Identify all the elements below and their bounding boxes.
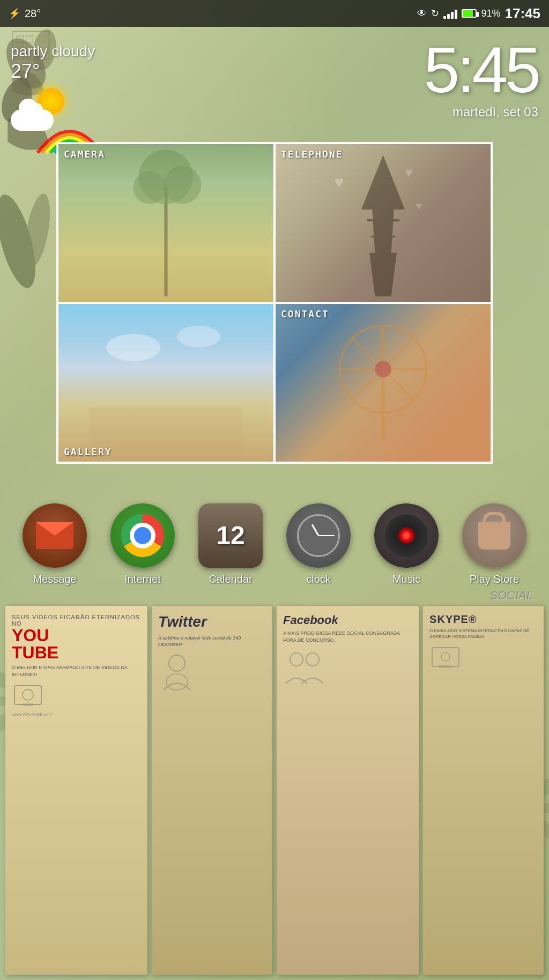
message-label: Message bbox=[33, 573, 76, 585]
svg-text:♥: ♥ bbox=[334, 173, 344, 191]
calendar-label: Calendar bbox=[209, 573, 252, 585]
big-date-display: martedì, set 03 bbox=[424, 105, 538, 120]
youtube-card[interactable]: SEUS VÍDEOS FICARÃO ETERNIZADOS NO YOUTU… bbox=[5, 606, 147, 975]
svg-point-29 bbox=[23, 689, 33, 700]
sync-icon: ↻ bbox=[431, 8, 439, 19]
envelope-graphic bbox=[36, 522, 73, 549]
svg-rect-28 bbox=[23, 703, 33, 706]
temperature-label: 28° bbox=[25, 8, 41, 20]
big-time-display: 5:45 bbox=[424, 38, 538, 102]
camera-cell[interactable]: CAMERA bbox=[58, 144, 273, 302]
app-item-internet[interactable]: Internet bbox=[110, 503, 175, 585]
skype-body: O FABULOSO SISTEMA INTERACTIVO CAPAZ DE … bbox=[429, 628, 537, 640]
beach-svg bbox=[58, 304, 273, 462]
tv-graphic bbox=[12, 683, 44, 707]
screen: ❋ ❋ ⚡ 28° 👁 bbox=[0, 0, 549, 980]
svg-marker-12 bbox=[361, 155, 405, 296]
youtube-url: www.YOUTUBE.com bbox=[12, 712, 141, 717]
status-time: 17:45 bbox=[505, 5, 541, 22]
svg-point-33 bbox=[306, 653, 319, 666]
signal-bars bbox=[443, 8, 457, 19]
twitter-card[interactable]: Twitter A sublime e notável rede social … bbox=[152, 606, 272, 975]
svg-text:♥: ♥ bbox=[416, 200, 422, 212]
eiffel-svg: ♥ ♥ ♥ bbox=[276, 144, 491, 302]
usb-icon: ⚡ bbox=[9, 8, 20, 19]
status-right: 👁 ↻ 91% 17:45 bbox=[417, 5, 540, 22]
weather-condition: partly cloudy bbox=[11, 43, 95, 60]
youtube-subtitle: SEUS VÍDEOS FICARÃO ETERNIZADOS NO bbox=[12, 614, 141, 627]
status-left: ⚡ 28° bbox=[9, 8, 41, 20]
status-bar: ⚡ 28° 👁 ↻ 91% 17:45 bbox=[0, 0, 549, 27]
clock-app-icon[interactable] bbox=[286, 503, 351, 568]
clock-minute-hand bbox=[318, 535, 335, 536]
svg-point-31 bbox=[166, 674, 188, 690]
contact-cell[interactable]: CONTACT bbox=[276, 304, 491, 462]
svg-point-36 bbox=[441, 652, 450, 661]
vintage-leaves-left bbox=[0, 188, 64, 295]
tree-svg bbox=[58, 144, 273, 302]
bag-shape-graphic bbox=[478, 522, 510, 550]
youtube-body: O MELHOR E MAIS AFAMADO SITE DE VIDEOS D… bbox=[12, 664, 141, 678]
cloud-graphic bbox=[11, 109, 54, 131]
message-icon[interactable] bbox=[23, 503, 87, 568]
battery-icon bbox=[462, 9, 477, 18]
app-item-message[interactable]: Message bbox=[23, 503, 87, 585]
social-cards-container: SEUS VÍDEOS FICARÃO ETERNIZADOS NO YOUTU… bbox=[5, 606, 544, 975]
svg-rect-20 bbox=[90, 407, 242, 462]
telephone-cell[interactable]: TELEPHONE ♥ ♥ ♥ bbox=[276, 144, 491, 302]
svg-point-30 bbox=[169, 655, 185, 671]
app-item-playstore[interactable]: Play Store bbox=[462, 503, 526, 585]
svg-point-10 bbox=[133, 172, 166, 204]
app-dock: Message Internet 12 Calendar clock bbox=[0, 501, 549, 587]
signal-bar-3 bbox=[451, 12, 454, 19]
svg-rect-27 bbox=[14, 686, 41, 704]
signal-bar-2 bbox=[447, 14, 450, 19]
cloud-sun-graphic bbox=[11, 88, 64, 131]
youtube-title: YOUTUBE bbox=[12, 627, 141, 661]
facebook-title: Facebook bbox=[283, 614, 412, 627]
carousel-svg bbox=[276, 304, 491, 462]
svg-point-18 bbox=[106, 334, 160, 361]
svg-text:♥: ♥ bbox=[405, 165, 413, 180]
music-label: Music bbox=[392, 573, 420, 585]
calendar-icon[interactable]: 12 bbox=[198, 503, 263, 568]
twitter-title: Twitter bbox=[158, 614, 266, 630]
svg-point-32 bbox=[290, 653, 303, 666]
vinyl-graphic bbox=[385, 514, 428, 557]
social-section-label: SOCIAL bbox=[489, 589, 533, 603]
facebook-card[interactable]: Facebook A MAIS PRODIGIOSA REDE SOCIAL C… bbox=[277, 606, 419, 975]
clock-face-graphic bbox=[297, 514, 340, 557]
weather-icon bbox=[11, 88, 64, 131]
svg-rect-35 bbox=[439, 665, 452, 668]
playstore-icon[interactable] bbox=[462, 503, 526, 568]
app-item-calendar[interactable]: 12 Calendar bbox=[198, 503, 263, 585]
bag-graphic bbox=[473, 514, 516, 557]
facebook-body: A MAIS PRODIGIOSA REDE SOCIAL CONSAGRADA… bbox=[283, 630, 412, 643]
skype-tv-graphic bbox=[429, 645, 462, 672]
signal-bar-1 bbox=[443, 16, 446, 19]
internet-icon[interactable] bbox=[110, 503, 175, 568]
chrome-logo-graphic bbox=[121, 514, 164, 557]
svg-point-11 bbox=[163, 166, 201, 204]
twitter-person-graphic bbox=[158, 652, 196, 695]
svg-rect-34 bbox=[432, 648, 459, 666]
facebook-couple-graphic bbox=[283, 649, 326, 686]
photo-grid: CAMERA TELEPHONE ♥ ♥ ♥ bbox=[56, 142, 493, 464]
internet-label: Internet bbox=[124, 573, 161, 585]
svg-point-19 bbox=[177, 326, 220, 348]
calendar-number: 12 bbox=[216, 521, 244, 550]
app-item-music[interactable]: Music bbox=[374, 503, 439, 585]
big-clock-widget[interactable]: 5:45 martedì, set 03 bbox=[424, 38, 538, 120]
weather-temp: 27° bbox=[11, 60, 95, 83]
weather-left: partly cloudy 27° bbox=[11, 43, 95, 131]
skype-title: SKYPE® bbox=[429, 614, 537, 625]
battery-pct: 91% bbox=[481, 8, 500, 19]
svg-point-26 bbox=[375, 361, 391, 377]
music-icon[interactable] bbox=[374, 503, 439, 568]
clock-label: clock bbox=[306, 573, 331, 585]
clock-hour-hand bbox=[311, 524, 320, 536]
app-item-clock[interactable]: clock bbox=[286, 503, 351, 585]
gallery-cell[interactable]: GALLERY bbox=[58, 304, 273, 462]
skype-card[interactable]: SKYPE® O FABULOSO SISTEMA INTERACTIVO CA… bbox=[423, 606, 544, 975]
playstore-label: Play Store bbox=[470, 573, 519, 585]
